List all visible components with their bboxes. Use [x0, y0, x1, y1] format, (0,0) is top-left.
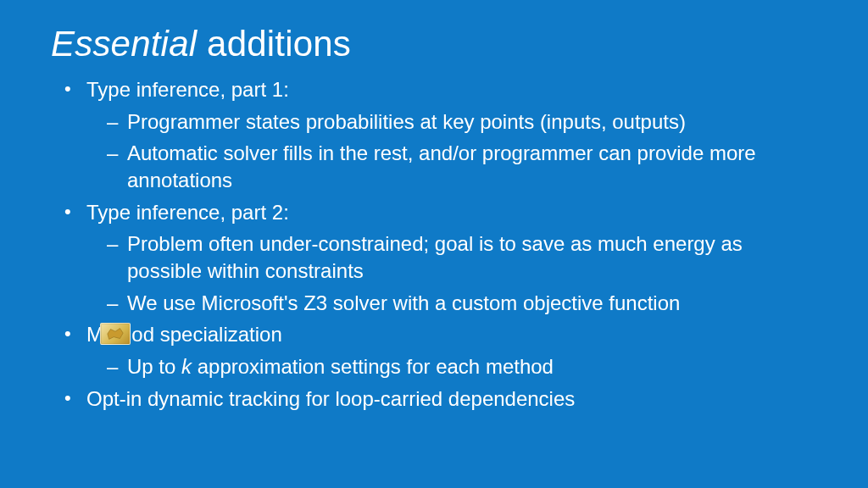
list-item: Automatic solver fills in the rest, and/…: [107, 140, 817, 193]
list-item: Method specialization Up to k approximat…: [66, 321, 817, 380]
bullet-text: We use Microsoft's Z3 solver with a cust…: [127, 291, 680, 314]
bullet-text: Problem often under-constrained; goal is…: [127, 232, 743, 282]
sub-list: Programmer states probabilities at key p…: [86, 108, 817, 194]
title-rest: additions: [197, 24, 351, 64]
bullet-list: Type inference, part 1: Programmer state…: [51, 76, 817, 412]
sub-list: Problem often under-constrained; goal is…: [86, 230, 817, 316]
list-item: Opt-in dynamic tracking for loop-carried…: [66, 385, 817, 413]
bullet-text: Automatic solver fills in the rest, and/…: [127, 141, 756, 191]
slide-title: Essential additions: [51, 24, 817, 64]
bullet-text: Type inference, part 1:: [86, 78, 289, 101]
bullet-text: Up to k approximation settings for each …: [127, 355, 554, 378]
list-item: Problem often under-constrained; goal is…: [107, 230, 817, 284]
new-badge-icon: [100, 323, 131, 345]
title-emph: Essential: [51, 24, 197, 64]
bullet-text: Opt-in dynamic tracking for loop-carried…: [86, 387, 575, 410]
sub-list: Up to k approximation settings for each …: [86, 353, 817, 380]
list-item: Programmer states probabilities at key p…: [107, 108, 817, 136]
list-item: Up to k approximation settings for each …: [107, 353, 817, 380]
list-item: Type inference, part 1: Programmer state…: [66, 76, 817, 194]
slide: Essential additions Type inference, part…: [0, 0, 868, 488]
bullet-text: Type inference, part 2:: [86, 201, 289, 224]
bullet-text: Programmer states probabilities at key p…: [127, 110, 686, 133]
list-item: We use Microsoft's Z3 solver with a cust…: [107, 290, 817, 317]
list-item: Type inference, part 2: Problem often un…: [66, 199, 817, 317]
